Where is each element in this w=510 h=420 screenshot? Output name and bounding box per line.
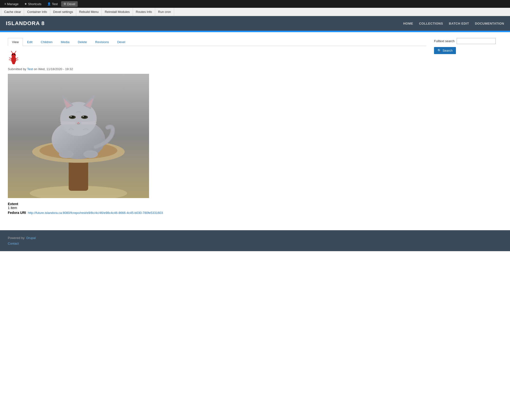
devel-settings-link[interactable]: Devel settings [50,8,76,16]
submitted-user-link[interactable]: Test [27,67,33,71]
svg-line-5 [15,51,16,53]
submitted-by-text: Submitted by Test on Wed, 11/18/2020 - 1… [8,67,426,71]
svg-point-29 [83,116,84,117]
search-button[interactable]: 🔍 Search [434,47,456,54]
toolbar-shortcuts-label: Shortcuts [28,2,41,6]
svg-line-8 [9,60,11,60]
tab-children[interactable]: Children [37,38,57,46]
fulltext-search-label: Fulltext search [434,39,455,43]
tab-devel[interactable]: Devel [113,38,129,46]
svg-line-7 [16,58,18,59]
svg-point-18 [83,150,98,158]
fulltext-search-input[interactable] [457,38,496,44]
gear-icon: ⚙ [64,2,66,6]
nav-batch-edit[interactable]: BATCH EDIT [449,22,469,25]
site-header: ISLANDORA 8 HOME COLLECTIONS BATCH EDIT … [0,16,510,31]
reinstall-modules-link[interactable]: Reinstall Modules [102,8,133,16]
cat-image-svg [8,74,149,198]
drupal-link[interactable]: Drupal [26,236,36,240]
tab-view[interactable]: View [8,38,23,46]
rebuild-menu-link[interactable]: Rebuild Menu [76,8,102,16]
extent-value: 1 item [8,206,426,210]
svg-point-1 [11,53,16,58]
fedora-uri-label: Fedora URI [8,211,26,215]
svg-point-3 [14,54,15,55]
secondary-toolbar: Cache clear Container Info Devel setting… [0,8,510,16]
container-info-link[interactable]: Container Info [24,8,50,16]
sidebar: Fulltext search 🔍 Search [434,38,502,215]
extent-label: Extent [8,202,426,206]
main-content: View Edit Children Media Delete Revision… [0,32,510,220]
admin-toolbar: ≡ Manage ★ Shortcuts 👤 Test ⚙ Devel [0,0,510,8]
powered-by: Powered by Drupal [8,236,502,240]
nav-home[interactable]: HOME [403,22,413,25]
site-nav: HOME COLLECTIONS BATCH EDIT DOCUMENTATIO… [403,22,504,25]
svg-line-9 [16,60,18,60]
site-title: ISLANDORA 8 [6,20,45,27]
contact-link[interactable]: Contact [8,242,19,245]
toolbar-manage[interactable]: ≡ Manage [2,1,21,7]
toolbar-shortcuts[interactable]: ★ Shortcuts [22,1,44,7]
nav-documentation[interactable]: DOCUMENTATION [475,22,504,25]
cache-clear-link[interactable]: Cache clear [1,8,24,16]
footer-contact: Contact [8,242,502,245]
content-tabs: View Edit Children Media Delete Revision… [8,38,426,46]
tab-media[interactable]: Media [57,38,74,46]
user-icon: 👤 [47,2,51,6]
nav-collections[interactable]: COLLECTIONS [419,22,443,25]
svg-line-4 [11,51,13,53]
manage-icon: ≡ [4,2,6,6]
svg-point-2 [12,54,13,55]
svg-point-17 [59,150,74,158]
toolbar-test[interactable]: 👤 Test [45,1,60,7]
content-area: View Edit Children Media Delete Revision… [8,38,426,215]
site-footer: Powered by Drupal Contact [0,230,510,251]
toolbar-devel[interactable]: ⚙ Devel [61,1,78,7]
content-info: Extent 1 item Fedora URI http://future.i… [8,202,426,215]
search-icon: 🔍 [437,49,441,52]
content-image [8,74,149,198]
routes-info-link[interactable]: Routes Info [133,8,155,16]
toolbar-devel-label: Devel [67,2,75,6]
tab-revisions[interactable]: Revisions [91,38,113,46]
toolbar-test-label: Test [52,2,58,6]
fedora-uri-link[interactable]: http://future.islandora.ca:8080/fcrepo/r… [28,211,163,215]
svg-point-10 [12,62,15,64]
run-cron-link[interactable]: Run cron [155,8,174,16]
tab-edit[interactable]: Edit [23,38,37,46]
tab-delete[interactable]: Delete [74,38,91,46]
svg-point-28 [70,116,72,117]
islandora-worm-icon [8,50,19,65]
search-button-label: Search [443,49,453,52]
svg-line-6 [9,58,12,59]
star-icon: ★ [24,2,27,6]
fulltext-search-section: Fulltext search [434,38,502,44]
toolbar-manage-label: Manage [7,2,19,6]
